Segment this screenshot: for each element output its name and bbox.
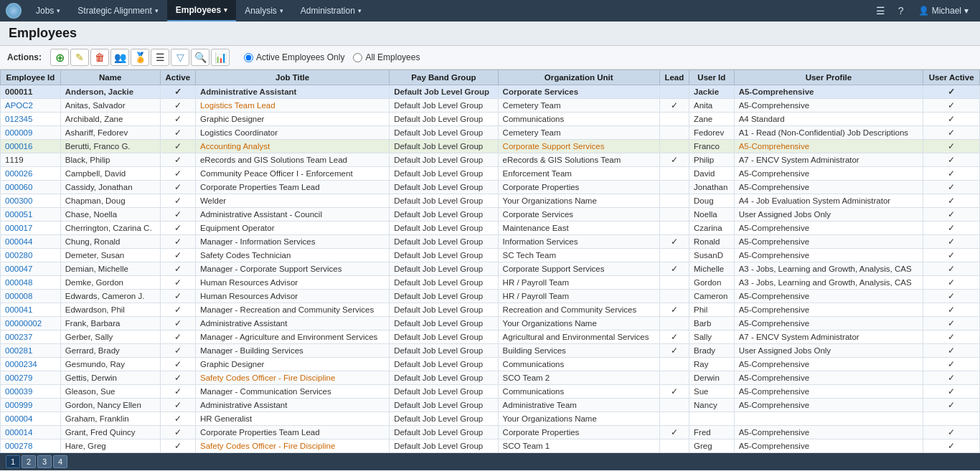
table-row[interactable]: 000039 Gleason, Sue ✓ Manager - Communic… [1,385,980,399]
table-row[interactable]: 000060 Cassidy, Jonathan ✓ Corporate Pro… [1,181,980,194]
cell-name: Ashariff, Fedorev [60,126,160,140]
search-button[interactable]: 🔍 [191,49,209,66]
page-1-button[interactable]: 1 [6,455,20,468]
table-row[interactable]: 000014 Grant, Fred Quincy ✓ Corporate Pr… [1,426,980,439]
table-row[interactable]: 000281 Gerrard, Brady ✓ Manager - Buildi… [1,344,980,358]
certificate-button[interactable]: 🏅 [131,49,149,66]
cell-job-title: Safety Codes Officer - Fire Discipline [195,371,389,385]
col-user-active: User Active [923,70,980,85]
cell-name: Black, Philip [60,153,160,167]
table-row[interactable]: 00000002 Frank, Barbara ✓ Administrative… [1,317,980,330]
table-row[interactable]: 012345 Archibald, Zane ✓ Graphic Designe… [1,113,980,126]
cell-job-title: Administrative Assistant [195,85,389,99]
nav-administration[interactable]: Administration ▾ [292,0,370,22]
cell-pay-band: Default Job Level Group [390,181,498,194]
table-row[interactable]: 0000234 Gesmundo, Ray ✓ Graphic Designer… [1,358,980,371]
cell-job-title: Administrative Assistant [195,399,389,412]
cell-name: Chase, Noella [60,208,160,222]
table-row[interactable]: 000048 Demke, Gordon ✓ Human Resources A… [1,276,980,290]
cell-name: Cherrington, Czarina C. [60,222,160,235]
cell-name: Gerber, Sally [60,330,160,344]
add-button[interactable]: ⊕ [50,49,69,66]
cell-employee-id: 1119 [1,153,61,167]
table-row[interactable]: 000280 Demeter, Susan ✓ Safety Codes Tec… [1,249,980,262]
table-row[interactable]: 000009 Ashariff, Fedorev ✓ Logistics Coo… [1,126,980,140]
table-row[interactable]: 000044 Chung, Ronald ✓ Manager - Informa… [1,235,980,249]
table-row[interactable]: 000011 Anderson, Jackie ✓ Administrative… [1,85,980,99]
cell-employee-id: 000039 [1,385,61,399]
cell-user-active: ✓ [923,317,980,330]
table-row[interactable]: 000008 Edwards, Cameron J. ✓ Human Resou… [1,290,980,303]
user-menu[interactable]: 👤 Michael ▾ [913,6,974,16]
table-row[interactable]: 000051 Chase, Noella ✓ Administrative As… [1,208,980,222]
cell-active: ✓ [160,249,195,262]
list-button[interactable]: ☰ [151,49,169,66]
cell-employee-id: 000009 [1,126,61,140]
edit-button[interactable]: ✎ [70,49,89,66]
table-row[interactable]: 000279 Gettis, Derwin ✓ Safety Codes Off… [1,371,980,385]
cell-user-active: ✓ [923,126,980,140]
user-icon: 👤 [918,6,929,16]
cell-name: Edwards, Cameron J. [60,290,160,303]
cell-user-id: Jackie [689,85,735,99]
col-org-unit: Organization Unit [498,70,659,85]
report-button[interactable]: 📊 [211,49,230,66]
cell-user-active: ✓ [923,235,980,249]
cell-lead [659,317,689,330]
table-row[interactable]: 000016 Berutti, Franco G. ✓ Accounting A… [1,140,980,153]
page-4-button[interactable]: 4 [53,455,67,468]
cell-employee-id: 000060 [1,181,61,194]
cell-name: Cassidy, Jonathan [60,181,160,194]
table-row[interactable]: 000017 Cherrington, Czarina C. ✓ Equipme… [1,222,980,235]
cell-user-active: ✓ [923,208,980,222]
cell-org-unit: Recreation and Community Services [498,303,659,317]
cell-user-id: David [689,167,735,181]
cell-active: ✓ [160,262,195,276]
cell-name: Demian, Michelle [60,262,160,276]
cell-org-unit: HR / Payroll Team [498,290,659,303]
cell-name: Berutti, Franco G. [60,140,160,153]
people-button[interactable]: 👥 [110,49,129,66]
cell-job-title: eRecords and GIS Solutions Team Lead [195,153,389,167]
help-icon[interactable]: ? [892,2,910,19]
cell-user-profile: A5-Comprehensive [734,222,923,235]
cell-pay-band: Default Job Level Group [390,358,498,371]
table-row[interactable]: 000047 Demian, Michelle ✓ Manager - Corp… [1,262,980,276]
nav-jobs[interactable]: Jobs ▾ [27,0,69,22]
table-row[interactable]: 000278 Hare, Greg ✓ Safety Codes Officer… [1,439,980,453]
page-title: Employees [0,22,980,46]
nav-analysis[interactable]: Analysis ▾ [236,0,292,22]
nav-employees[interactable]: Employees ▾ [167,0,236,22]
table-row[interactable]: APOC2 Anitas, Salvador ✓ Logistics Team … [1,99,980,113]
cell-pay-band: Default Job Level Group [390,371,498,385]
cell-org-unit: Administrative Team [498,399,659,412]
cell-name: Campbell, David [60,167,160,181]
table-row[interactable]: 000026 Campbell, David ✓ Community Peace… [1,167,980,181]
table-row[interactable]: 000999 Gordon, Nancy Ellen ✓ Administrat… [1,399,980,412]
settings-icon[interactable]: ☰ [872,2,890,19]
cell-user-profile: A4 Standard [734,113,923,126]
table-row[interactable]: 1119 Black, Philip ✓ eRecords and GIS So… [1,153,980,167]
cell-job-title: Manager - Corporate Support Services [195,262,389,276]
cell-active: ✓ [160,126,195,140]
cell-lead: ✓ [659,99,689,113]
cell-pay-band: Default Job Level Group [390,276,498,290]
filter-button[interactable]: ▽ [171,49,189,66]
cell-org-unit: Communications [498,358,659,371]
delete-button[interactable]: 🗑 [90,49,109,66]
cell-org-unit: Maintenance East [498,222,659,235]
table-row[interactable]: 000300 Chapman, Doug ✓ Welder Default Jo… [1,194,980,208]
page-3-button[interactable]: 3 [37,455,52,468]
cell-user-id [689,412,735,426]
nav-strategic-alignment[interactable]: Strategic Alignment ▾ [69,0,166,22]
table-row[interactable]: 000237 Gerber, Sally ✓ Manager - Agricul… [1,330,980,344]
table-row[interactable]: 000041 Edwardson, Phil ✓ Manager - Recre… [1,303,980,317]
cell-active: ✓ [160,303,195,317]
page-2-button[interactable]: 2 [22,455,36,468]
cell-employee-id: 000999 [1,399,61,412]
chevron-down-icon: ▾ [964,6,969,16]
all-employees-radio[interactable]: All Employees [353,52,420,62]
cell-employee-id: 000048 [1,276,61,290]
active-employees-radio[interactable]: Active Employees Only [244,52,344,62]
table-row[interactable]: 000004 Graham, Franklin ✓ HR Generalist … [1,412,980,426]
